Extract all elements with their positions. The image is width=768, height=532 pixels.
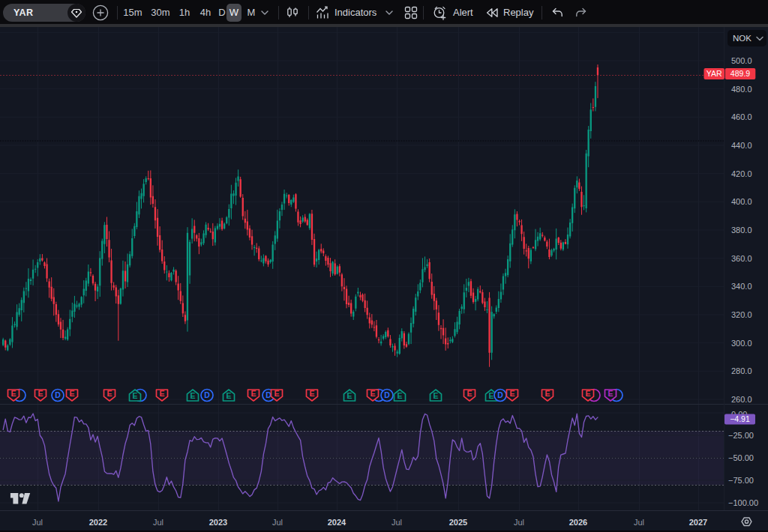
svg-text:NOK: NOK xyxy=(733,34,752,43)
svg-text:500.0: 500.0 xyxy=(731,56,752,65)
svg-text:YAR: YAR xyxy=(706,69,722,78)
svg-text:2025: 2025 xyxy=(449,518,467,527)
svg-text:E: E xyxy=(544,389,550,398)
svg-text:E: E xyxy=(132,391,137,400)
svg-text:−4.91: −4.91 xyxy=(730,414,750,423)
svg-text:Jul: Jul xyxy=(32,518,43,527)
svg-text:E: E xyxy=(397,391,402,400)
svg-text:−25.00: −25.00 xyxy=(728,431,754,440)
svg-text:360.0: 360.0 xyxy=(731,254,752,263)
svg-text:E: E xyxy=(69,389,74,398)
svg-text:D: D xyxy=(497,390,503,399)
svg-text:E: E xyxy=(370,389,375,398)
svg-text:E: E xyxy=(608,389,613,398)
svg-text:E: E xyxy=(585,389,590,398)
svg-text:2022: 2022 xyxy=(89,518,107,527)
svg-text:D: D xyxy=(384,390,390,399)
svg-text:Jul: Jul xyxy=(514,518,524,527)
svg-text:E: E xyxy=(509,389,514,398)
svg-text:380.0: 380.0 xyxy=(731,226,752,235)
svg-text:−75.00: −75.00 xyxy=(728,476,754,485)
svg-text:400.0: 400.0 xyxy=(731,197,752,206)
svg-text:320.0: 320.0 xyxy=(731,310,752,319)
svg-text:300.0: 300.0 xyxy=(731,339,752,348)
svg-text:460.0: 460.0 xyxy=(731,112,752,121)
svg-text:420.0: 420.0 xyxy=(731,169,752,178)
svg-text:Jul: Jul xyxy=(153,518,164,527)
svg-text:E: E xyxy=(309,389,314,398)
svg-text:280.0: 280.0 xyxy=(731,366,752,375)
svg-text:E: E xyxy=(38,389,43,398)
svg-text:E: E xyxy=(466,389,472,398)
svg-text:E: E xyxy=(488,391,494,400)
svg-text:−50.00: −50.00 xyxy=(728,453,754,462)
svg-text:489.9: 489.9 xyxy=(730,69,750,78)
svg-text:440.0: 440.0 xyxy=(731,141,752,150)
svg-text:E: E xyxy=(190,391,195,400)
svg-text:Jul: Jul xyxy=(392,518,402,527)
svg-text:Jul: Jul xyxy=(272,518,283,527)
svg-text:E: E xyxy=(274,389,279,398)
svg-text:E: E xyxy=(226,391,231,400)
svg-text:2023: 2023 xyxy=(209,518,227,527)
svg-text:E: E xyxy=(106,389,112,398)
svg-text:2024: 2024 xyxy=(328,518,346,527)
svg-text:260.0: 260.0 xyxy=(731,395,752,404)
svg-text:E: E xyxy=(433,391,438,400)
svg-text:E: E xyxy=(250,389,256,398)
svg-text:480.0: 480.0 xyxy=(731,85,752,94)
svg-text:2027: 2027 xyxy=(689,518,707,527)
svg-text:E: E xyxy=(159,389,164,398)
svg-text:2026: 2026 xyxy=(569,518,587,527)
svg-text:D: D xyxy=(204,390,210,399)
svg-text:D: D xyxy=(55,390,61,399)
svg-text:340.0: 340.0 xyxy=(731,282,752,291)
svg-text:E: E xyxy=(346,391,352,400)
svg-text:Jul: Jul xyxy=(634,518,644,527)
svg-text:−100.00: −100.00 xyxy=(728,498,758,507)
svg-text:E: E xyxy=(10,389,16,398)
